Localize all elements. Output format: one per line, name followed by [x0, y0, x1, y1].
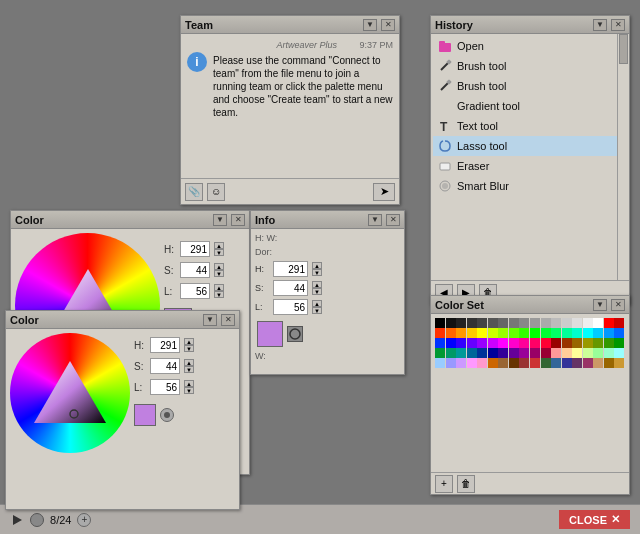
color-small-eyedropper-btn[interactable]: [160, 408, 174, 422]
color-swatch-46[interactable]: [541, 338, 551, 348]
color-s-down[interactable]: ▼: [214, 270, 224, 277]
color-swatch-27[interactable]: [530, 328, 540, 338]
history-scrollbar-thumb[interactable]: [619, 34, 628, 64]
color-small-s-input[interactable]: [150, 358, 180, 374]
color-swatch-18[interactable]: [435, 328, 445, 338]
team-emoji-btn[interactable]: ☺: [207, 183, 225, 201]
color-l-input[interactable]: [180, 283, 210, 299]
color-swatch-3[interactable]: [467, 318, 477, 328]
color-set-delete-btn[interactable]: 🗑: [457, 475, 475, 493]
history-item-7[interactable]: Eraser: [433, 156, 627, 176]
color-swatch-88[interactable]: [604, 358, 614, 368]
color-swatch-68[interactable]: [583, 348, 593, 358]
info-menu-btn[interactable]: ▼: [368, 214, 382, 226]
history-item-2[interactable]: Brush tool: [433, 56, 627, 76]
color-swatch-65[interactable]: [551, 348, 561, 358]
history-titlebar[interactable]: History ▼ ✕: [431, 16, 629, 34]
info-picker-btn[interactable]: [287, 326, 303, 342]
color-swatch-35[interactable]: [614, 328, 624, 338]
history-item-1[interactable]: Open: [433, 36, 627, 56]
color-swatch-54[interactable]: [435, 348, 445, 358]
team-send-btn[interactable]: ➤: [373, 183, 395, 201]
color-swatch-44[interactable]: [519, 338, 529, 348]
color-swatch-25[interactable]: [509, 328, 519, 338]
info-color-swatch[interactable]: [257, 321, 283, 347]
color-swatch-87[interactable]: [593, 358, 603, 368]
team-menu-btn[interactable]: ▼: [363, 19, 377, 31]
color-swatch-23[interactable]: [488, 328, 498, 338]
color-set-add-btn[interactable]: +: [435, 475, 453, 493]
info-h-up[interactable]: ▲: [312, 262, 322, 269]
color-swatch-55[interactable]: [446, 348, 456, 358]
color-small-l-up[interactable]: ▲: [184, 380, 194, 387]
color-swatch-38[interactable]: [456, 338, 466, 348]
color-small-h-up[interactable]: ▲: [184, 338, 194, 345]
color-swatch-81[interactable]: [530, 358, 540, 368]
color-swatch-79[interactable]: [509, 358, 519, 368]
color-large-close-btn[interactable]: ✕: [231, 214, 245, 226]
color-swatch-10[interactable]: [541, 318, 551, 328]
color-swatch-59[interactable]: [488, 348, 498, 358]
color-swatch-58[interactable]: [477, 348, 487, 358]
color-swatch-22[interactable]: [477, 328, 487, 338]
color-swatch-64[interactable]: [541, 348, 551, 358]
color-swatch-75[interactable]: [467, 358, 477, 368]
color-small-titlebar[interactable]: Color ▼ ✕: [6, 311, 239, 329]
color-swatch-47[interactable]: [551, 338, 561, 348]
history-item-3[interactable]: Brush tool: [433, 76, 627, 96]
color-small-h-down[interactable]: ▼: [184, 345, 194, 352]
color-small-s-down[interactable]: ▼: [184, 366, 194, 373]
color-large-menu-btn[interactable]: ▼: [213, 214, 227, 226]
color-swatch-6[interactable]: [498, 318, 508, 328]
color-swatch-57[interactable]: [467, 348, 477, 358]
record-button[interactable]: [30, 513, 44, 527]
color-h-input[interactable]: [180, 241, 210, 257]
color-swatch-53[interactable]: [614, 338, 624, 348]
color-swatch-16[interactable]: [604, 318, 614, 328]
history-close-btn[interactable]: ✕: [611, 19, 625, 31]
color-wheel-small-container[interactable]: [10, 333, 130, 453]
add-frame-button[interactable]: +: [77, 513, 91, 527]
color-small-menu-btn[interactable]: ▼: [203, 314, 217, 326]
color-swatch-17[interactable]: [614, 318, 624, 328]
close-button[interactable]: CLOSE ✕: [559, 510, 630, 529]
color-swatch-56[interactable]: [456, 348, 466, 358]
color-swatch-34[interactable]: [604, 328, 614, 338]
color-swatch-29[interactable]: [551, 328, 561, 338]
color-large-titlebar[interactable]: Color ▼ ✕: [11, 211, 249, 229]
color-small-l-input[interactable]: [150, 379, 180, 395]
color-swatch-31[interactable]: [572, 328, 582, 338]
info-s-up[interactable]: ▲: [312, 281, 322, 288]
color-swatch-89[interactable]: [614, 358, 624, 368]
color-small-close-btn[interactable]: ✕: [221, 314, 235, 326]
color-swatch-26[interactable]: [519, 328, 529, 338]
color-s-input[interactable]: [180, 262, 210, 278]
color-swatch-60[interactable]: [498, 348, 508, 358]
color-swatch-74[interactable]: [456, 358, 466, 368]
color-swatch-20[interactable]: [456, 328, 466, 338]
color-swatch-33[interactable]: [593, 328, 603, 338]
color-set-titlebar[interactable]: Color Set ▼ ✕: [431, 296, 629, 314]
color-swatch-15[interactable]: [593, 318, 603, 328]
color-swatch-80[interactable]: [519, 358, 529, 368]
color-swatch-69[interactable]: [593, 348, 603, 358]
color-swatch-8[interactable]: [519, 318, 529, 328]
color-swatch-70[interactable]: [604, 348, 614, 358]
team-close-btn[interactable]: ✕: [381, 19, 395, 31]
color-swatch-21[interactable]: [467, 328, 477, 338]
color-swatch-49[interactable]: [572, 338, 582, 348]
info-h-down[interactable]: ▼: [312, 269, 322, 276]
color-swatch-63[interactable]: [530, 348, 540, 358]
color-swatch-28[interactable]: [541, 328, 551, 338]
color-swatch-4[interactable]: [477, 318, 487, 328]
color-small-h-input[interactable]: [150, 337, 180, 353]
color-swatch-13[interactable]: [572, 318, 582, 328]
info-close-btn[interactable]: ✕: [386, 214, 400, 226]
color-small-s-up[interactable]: ▲: [184, 359, 194, 366]
color-l-up[interactable]: ▲: [214, 284, 224, 291]
color-set-menu-btn[interactable]: ▼: [593, 299, 607, 311]
info-l-down[interactable]: ▼: [312, 307, 322, 314]
color-swatch-36[interactable]: [435, 338, 445, 348]
color-set-close-btn[interactable]: ✕: [611, 299, 625, 311]
info-titlebar[interactable]: Info ▼ ✕: [251, 211, 404, 229]
